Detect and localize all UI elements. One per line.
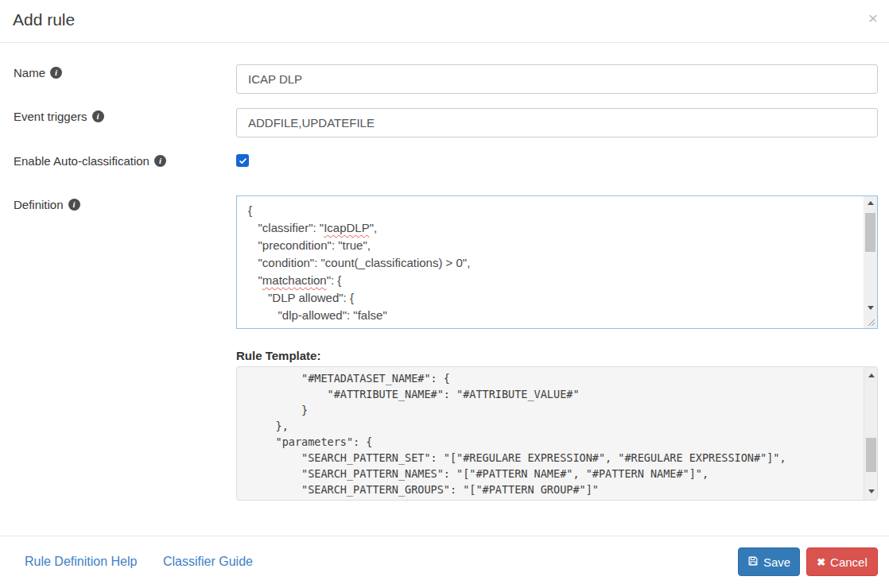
cancel-button[interactable]: ✖ Cancel: [806, 547, 878, 576]
code-line: }: [250, 497, 863, 500]
auto-classification-checkbox[interactable]: [236, 154, 249, 167]
scroll-up-arrow-icon[interactable]: [868, 373, 875, 377]
rule-template-label: Rule Template:: [236, 349, 320, 362]
code-line: "#ATTRIBUTE_NAME#": "#ATTRIBUTE_VALUE#": [250, 386, 863, 402]
name-label: Name i: [14, 66, 62, 79]
scroll-up-arrow-icon[interactable]: [868, 201, 874, 205]
close-icon[interactable]: ×: [864, 9, 883, 28]
page-title: Add rule: [13, 10, 75, 29]
name-input[interactable]: [236, 64, 878, 94]
info-icon[interactable]: i: [154, 155, 166, 167]
rule-template-scrollbar[interactable]: [864, 367, 877, 500]
footer-divider: [0, 536, 889, 536]
rule-definition-help-link[interactable]: Rule Definition Help: [25, 555, 137, 569]
event-triggers-input[interactable]: [236, 108, 878, 137]
code-line: "SEARCH_PATTERN_SET": "["#REGULARE EXPRE…: [250, 450, 863, 466]
add-rule-modal: Add rule × Name i Event triggers i Enabl…: [0, 0, 889, 588]
code-line: "condition": "count(_classifications) > …: [248, 254, 860, 272]
save-button[interactable]: Save: [738, 547, 800, 576]
header-divider: [0, 42, 889, 43]
scrollbar-thumb[interactable]: [866, 438, 876, 472]
definition-code: { "classifier": "IcapDLP", "precondition…: [237, 196, 863, 328]
save-icon: [747, 555, 759, 569]
cancel-x-icon: ✖: [817, 557, 825, 567]
code-line: },: [250, 418, 863, 434]
resize-grip[interactable]: [864, 315, 877, 328]
rule-template-code: "#METADATASET_NAME#": { "#ATTRIBUTE_NAME…: [237, 367, 863, 500]
info-icon[interactable]: i: [68, 199, 80, 211]
code-line: "parameters": {: [250, 434, 863, 450]
checkmark-icon: [239, 157, 247, 165]
code-line: "#METADATASET_NAME#": {: [250, 370, 863, 386]
code-line: "SEARCH_PATTERN_GROUPS": "["#PATTERN GRO…: [250, 482, 863, 497]
code-line: "DLP allowed": {: [248, 289, 860, 307]
definition-scrollbar[interactable]: [864, 196, 877, 315]
scrollbar-thumb[interactable]: [865, 213, 875, 252]
code-line: "classifier": "IcapDLP",: [248, 219, 860, 237]
definition-label: Definition i: [14, 198, 80, 211]
scroll-down-arrow-icon[interactable]: [868, 489, 875, 493]
auto-classification-label: Enable Auto-classification i: [14, 154, 166, 168]
definition-textarea[interactable]: { "classifier": "IcapDLP", "precondition…: [236, 195, 878, 329]
scroll-down-arrow-icon[interactable]: [868, 306, 874, 310]
event-triggers-label: Event triggers i: [14, 110, 104, 123]
code-line: "precondition": "true",: [248, 237, 860, 254]
code-line: "dlp-allowed": "false": [248, 307, 860, 324]
info-icon[interactable]: i: [50, 67, 62, 79]
code-line: "matchaction": {: [248, 272, 860, 289]
rule-template-box[interactable]: "#METADATASET_NAME#": { "#ATTRIBUTE_NAME…: [236, 366, 878, 501]
code-line: }: [250, 402, 863, 418]
info-icon[interactable]: i: [92, 110, 104, 122]
code-line: "SEARCH_PATTERN_NAMES": "["#PATTERN NAME…: [250, 466, 863, 482]
code-line: {: [248, 202, 860, 219]
classifier-guide-link[interactable]: Classifier Guide: [163, 555, 253, 569]
